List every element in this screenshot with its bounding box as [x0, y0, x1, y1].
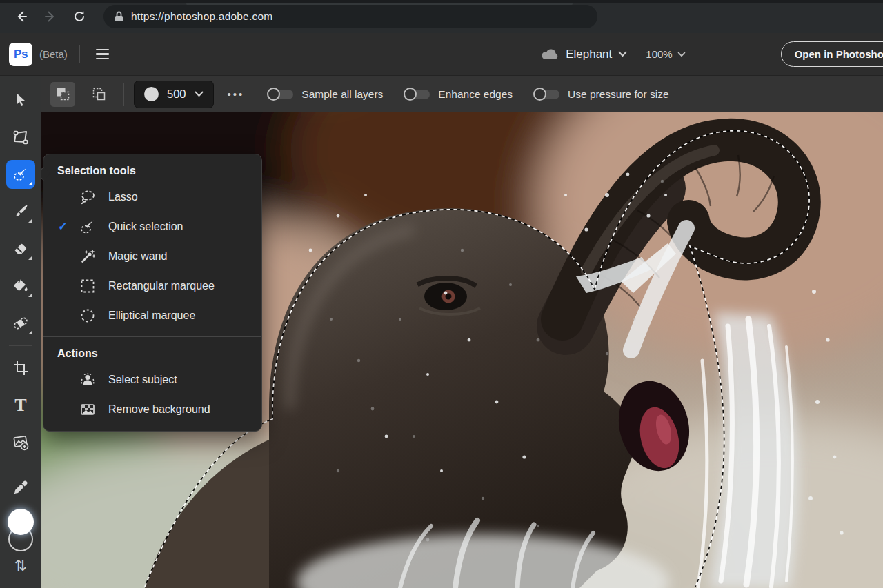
swap-colors-icon[interactable]: ⇅ [14, 558, 27, 574]
toggle-switch-icon [533, 88, 561, 101]
menu-item-label: Rectangular marquee [108, 280, 215, 292]
bandage-icon [12, 314, 30, 332]
crop-icon [12, 360, 29, 376]
brush-tool[interactable] [6, 197, 35, 226]
document-name: Elephant [566, 48, 612, 61]
menu-item-label: Elliptical marquee [108, 310, 195, 322]
elliptical-marquee-icon [78, 307, 97, 325]
use-pressure-toggle[interactable]: Use pressure for size [533, 88, 668, 101]
brush-icon [12, 203, 30, 221]
heal-tool[interactable] [6, 309, 35, 338]
remove-background-icon [78, 401, 97, 418]
menu-item-label: Lasso [108, 191, 138, 203]
menu-item-quick-selection[interactable]: ✓ Quick selection [43, 212, 261, 241]
transform-tool[interactable] [6, 123, 35, 152]
arrow-left-icon [14, 10, 28, 23]
eraser-tool[interactable] [6, 234, 35, 263]
browser-forward-button[interactable] [39, 5, 62, 28]
select-subject-icon [78, 371, 97, 389]
arrow-right-icon [43, 10, 57, 23]
rectangular-marquee-icon [78, 277, 97, 295]
enhance-edges-toggle[interactable]: Enhance edges [404, 88, 513, 101]
toggle-switch-icon [267, 88, 295, 101]
subtract-from-selection-button[interactable] [86, 82, 111, 107]
menu-item-remove-background[interactable]: Remove background [43, 394, 261, 424]
quick-selection-icon [78, 218, 97, 236]
add-image-icon [12, 434, 30, 452]
tool-options-bar: 500 ••• Sample all layers Enhance edges … [41, 76, 883, 112]
crop-tool[interactable] [6, 354, 35, 383]
menu-item-rectangular-marquee[interactable]: Rectangular marquee [43, 271, 261, 301]
open-in-photoshop-button[interactable]: Open in Photoshop [781, 41, 883, 67]
menu-item-magic-wand[interactable]: Magic wand [43, 241, 261, 271]
menu-item-lasso[interactable]: Lasso [43, 182, 261, 212]
app-header: Ps (Beta) Elephant 100% Open in Photosho… [0, 33, 883, 76]
menu-divider [43, 336, 261, 337]
menu-item-select-subject[interactable]: Select subject [43, 365, 261, 394]
menu-item-elliptical-marquee[interactable]: Elliptical marquee [43, 301, 261, 330]
paint-bucket-icon [12, 277, 30, 295]
quick-selection-icon [12, 165, 30, 183]
toggle-switch-icon [404, 88, 431, 101]
browser-back-button[interactable] [10, 5, 33, 28]
toolbar-divider [9, 465, 32, 465]
magic-wand-icon [78, 247, 97, 265]
subtract-from-selection-icon [91, 86, 107, 102]
toolbar-divider [9, 345, 32, 346]
quick-selection-tool[interactable] [6, 160, 35, 189]
add-to-selection-button[interactable] [50, 82, 75, 107]
selection-tools-flyout-menu: Selection tools Lasso ✓ [43, 154, 262, 432]
menu-section-title: Actions [43, 345, 261, 365]
document-canvas[interactable]: Selection tools Lasso ✓ [41, 112, 883, 588]
chevron-down-icon [618, 51, 627, 57]
options-divider [257, 83, 257, 106]
move-tool[interactable] [6, 85, 35, 114]
photoshop-logo: Ps [9, 43, 32, 66]
zoom-value: 100% [646, 48, 672, 60]
browser-chrome: https://photoshop.adobe.com [0, 0, 883, 33]
header-divider [79, 45, 80, 63]
zoom-level-dropdown[interactable]: 100% [646, 48, 685, 60]
chevron-down-icon [195, 91, 204, 97]
padlock-icon [115, 11, 123, 22]
menu-item-label: Remove background [108, 403, 210, 416]
menu-section-title: Selection tools [43, 165, 261, 182]
refresh-icon [72, 10, 86, 23]
checkmark-icon: ✓ [58, 219, 68, 234]
address-bar[interactable]: https://photoshop.adobe.com [103, 5, 597, 28]
tools-sidebar: T ⇅ [0, 76, 41, 588]
toggle-label: Sample all layers [301, 88, 383, 101]
document-name-dropdown[interactable]: Elephant [541, 48, 627, 61]
hamburger-icon [96, 49, 109, 50]
add-image-tool[interactable] [6, 428, 35, 457]
foreground-color-chip[interactable] [8, 509, 34, 535]
brush-size-value: 500 [167, 88, 186, 101]
menu-item-label: Select subject [108, 374, 177, 386]
eraser-icon [12, 240, 30, 258]
beta-label: (Beta) [39, 48, 68, 60]
options-divider [123, 83, 124, 106]
lasso-icon [78, 188, 97, 206]
brush-tip-preview-icon [144, 87, 159, 101]
url-text: https://photoshop.adobe.com [131, 10, 272, 23]
browser-reload-button[interactable] [68, 5, 91, 28]
menu-item-label: Quick selection [108, 221, 183, 233]
toggle-label: Use pressure for size [568, 88, 668, 101]
fill-tool[interactable] [6, 272, 35, 301]
add-to-selection-icon [55, 86, 71, 102]
cloud-icon [541, 48, 559, 61]
type-tool-icon: T [14, 396, 26, 414]
main-menu-button[interactable] [92, 45, 113, 63]
toggle-label: Enhance edges [438, 88, 513, 101]
eyedropper-icon [12, 479, 29, 496]
menu-item-label: Magic wand [108, 250, 167, 263]
sample-all-layers-toggle[interactable]: Sample all layers [267, 88, 383, 101]
more-options-button[interactable]: ••• [228, 88, 245, 100]
transform-quad-icon [12, 128, 30, 146]
chevron-down-icon [677, 52, 686, 57]
color-chips [8, 509, 34, 551]
type-tool[interactable]: T [6, 391, 35, 420]
eyedropper-tool[interactable] [6, 473, 35, 502]
move-cursor-icon [12, 92, 29, 108]
brush-size-dropdown[interactable]: 500 [134, 81, 214, 108]
